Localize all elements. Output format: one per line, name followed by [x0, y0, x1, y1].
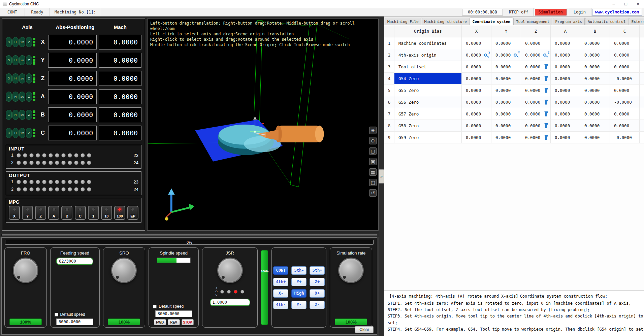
- cell-y[interactable]: 0.0000: [491, 85, 521, 96]
- probe-x-icon[interactable]: X: [484, 52, 490, 58]
- tab-external[interactable]: External: [629, 18, 644, 25]
- cell-b[interactable]: 0.0000: [580, 37, 610, 49]
- axis-x-half-button[interactable]: 1/2: [19, 37, 25, 47]
- cell-b[interactable]: 0.0000: [580, 108, 610, 120]
- axis-z-z-button[interactable]: Z: [26, 73, 32, 83]
- cell-z[interactable]: 0.0000: [521, 37, 551, 49]
- jsr-knob[interactable]: [217, 258, 243, 283]
- view-pane-icon[interactable]: ▢: [369, 147, 377, 155]
- cell-b[interactable]: 0.0000: [580, 132, 610, 143]
- cell-a[interactable]: 0.0000: [551, 73, 580, 84]
- axis-a-g-button[interactable]: G: [6, 92, 12, 102]
- cell-y[interactable]: 0.0000: [491, 37, 521, 49]
- coord-row-g59[interactable]: 9 G59 Zero 0.0000 0.0000 0.0000 0.0000 0…: [384, 132, 644, 143]
- axis-a-half-button[interactable]: 1/2: [19, 92, 25, 102]
- cell-c[interactable]: -0.0000: [610, 132, 640, 143]
- jog-step-input[interactable]: [210, 299, 250, 306]
- cell-y[interactable]: 0.0000: [491, 61, 521, 72]
- coord-row-tool-offset[interactable]: 3 Tool offset 0.0000 0.0000 0.0000 0.000…: [384, 61, 644, 73]
- cell-x[interactable]: 0.0000: [462, 132, 491, 143]
- tab-tool-management[interactable]: Tool management: [513, 18, 552, 25]
- jog-4th-minus-button[interactable]: 4th-: [273, 301, 288, 309]
- cell-x[interactable]: 0.0000 X: [462, 49, 491, 61]
- feeding-default-checkbox[interactable]: [55, 313, 58, 316]
- cell-a[interactable]: 0.0000: [551, 96, 580, 108]
- axis-y-half-button[interactable]: 1/2: [19, 55, 25, 65]
- close-button[interactable]: ×: [632, 0, 644, 8]
- coord-row-g54[interactable]: 4 G54 Zero 0.0000 0.0000 0.0000 0.0000 0…: [384, 73, 644, 85]
- axis-y-g-button[interactable]: G: [6, 55, 12, 65]
- cell-c[interactable]: 0.0000: [610, 61, 640, 72]
- axis-z-half-button[interactable]: 1/2: [19, 73, 25, 83]
- mpg-button-ep[interactable]: EP: [127, 206, 138, 220]
- cell-y[interactable]: 0.0000: [491, 108, 521, 120]
- cell-z[interactable]: 0.0000 Z: [521, 49, 551, 61]
- cell-y[interactable]: 0.0000: [491, 96, 521, 108]
- simulation-rate-knob[interactable]: [338, 258, 364, 283]
- cell-a[interactable]: 0.0000: [551, 108, 580, 120]
- zoom-out-icon[interactable]: ⊖: [369, 137, 377, 144]
- feeding-default-input[interactable]: [56, 318, 93, 325]
- mpg-button-10[interactable]: 10: [101, 206, 112, 220]
- row-name[interactable]: 4th-axis origin: [394, 49, 462, 61]
- horizontal-splitter[interactable]: [0, 233, 379, 237]
- cell-c[interactable]: 0.0000: [610, 85, 640, 96]
- axis-x-z-button[interactable]: Z: [26, 37, 32, 47]
- row-name[interactable]: G57 Zero: [394, 108, 462, 120]
- view-quad-icon[interactable]: ◳: [369, 179, 377, 186]
- mpg-button-y[interactable]: Y: [22, 206, 33, 220]
- jog-x-plus-button[interactable]: X+: [310, 289, 325, 298]
- cell-b[interactable]: 0.0000: [580, 49, 610, 61]
- website-link[interactable]: www.cyclmotion.com: [592, 9, 642, 15]
- jog-y-plus-button[interactable]: Y+: [291, 278, 307, 286]
- jog-z-minus-button[interactable]: Z-: [310, 301, 325, 309]
- cell-a[interactable]: 0.0000: [551, 132, 580, 143]
- axis-b-half-button[interactable]: 1/2: [19, 110, 25, 120]
- spindle-default-input[interactable]: [155, 310, 192, 317]
- probe-y-icon[interactable]: Y: [514, 52, 520, 58]
- cell-z[interactable]: 0.0000: [521, 73, 551, 84]
- axis-b-g-button[interactable]: G: [6, 110, 12, 120]
- axis-x-h-button[interactable]: H: [12, 37, 19, 47]
- view-fill-icon[interactable]: ▣: [369, 158, 377, 165]
- axis-b-z-button[interactable]: Z: [26, 110, 32, 120]
- row-name[interactable]: G55 Zero: [394, 85, 462, 96]
- tab-machining-structure[interactable]: Machining structure: [422, 18, 470, 25]
- mpg-button-1[interactable]: 1: [88, 206, 99, 220]
- cell-x[interactable]: 0.0000: [462, 73, 491, 84]
- mpg-button-a[interactable]: A: [48, 206, 59, 220]
- 3d-scene[interactable]: [148, 19, 378, 230]
- row-name[interactable]: G59 Zero: [394, 132, 462, 143]
- axis-y-h-button[interactable]: H: [12, 55, 19, 65]
- coord-row-g58[interactable]: 8 G58 Zero 0.0000 0.0000 0.0000 0.0000 0…: [384, 120, 644, 132]
- minimize-button[interactable]: –: [608, 0, 620, 8]
- row-name-selected[interactable]: G54 Zero: [394, 73, 462, 84]
- spindle-fwd-button[interactable]: FWD: [154, 319, 166, 325]
- maximize-button[interactable]: □: [620, 0, 632, 8]
- axis-z-g-button[interactable]: G: [6, 73, 12, 83]
- sro-knob[interactable]: [111, 258, 137, 283]
- expand-panel-button[interactable]: »: [379, 169, 384, 183]
- cell-x[interactable]: 0.0000: [462, 85, 491, 96]
- jog-4th-plus-button[interactable]: 4th+: [273, 278, 288, 286]
- cell-y[interactable]: 0.0000: [491, 120, 521, 131]
- simulation-button[interactable]: Simulation: [535, 9, 567, 15]
- jog-5th-minus-button[interactable]: 5th-: [291, 266, 307, 275]
- cell-a[interactable]: 0.0000: [551, 49, 580, 61]
- reset-view-icon[interactable]: ↺: [369, 189, 377, 197]
- cell-a[interactable]: 0.0000: [551, 85, 580, 96]
- cell-y[interactable]: 0.0000 Y: [491, 49, 521, 61]
- axis-a-h-button[interactable]: H: [12, 92, 19, 102]
- axis-c-z-button[interactable]: Z: [26, 128, 32, 138]
- feeding-current-input[interactable]: [56, 258, 93, 265]
- cell-z[interactable]: 0.0000: [521, 108, 551, 120]
- cell-z[interactable]: 0.0000: [521, 61, 551, 72]
- cell-a[interactable]: 0.0000: [551, 61, 580, 72]
- row-name[interactable]: G56 Zero: [394, 96, 462, 108]
- zoom-in-icon[interactable]: ⊕: [369, 127, 377, 134]
- cell-c[interactable]: -0.0000: [610, 73, 640, 84]
- cell-x[interactable]: 0.0000: [462, 61, 491, 72]
- cell-a[interactable]: 0.0000: [551, 37, 580, 49]
- cell-z[interactable]: 0.0000: [521, 96, 551, 108]
- axis-c-g-button[interactable]: G: [6, 128, 12, 138]
